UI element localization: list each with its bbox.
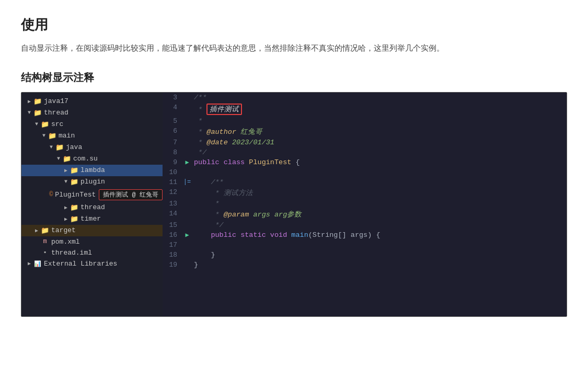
tree-item-iml[interactable]: ▶ ▪ thread.iml (21, 247, 163, 258)
code-line-15: 15 */ (163, 220, 567, 230)
folder-icon-plugin: 📁 (70, 178, 79, 186)
folder-icon-main: 📁 (48, 132, 57, 140)
code-line-16: 16 ▶ public static void main(String[] ar… (163, 230, 567, 240)
line-num-6: 6 (163, 126, 182, 138)
line-code-19: } (192, 260, 567, 270)
tree-label-target: target (51, 226, 76, 234)
line-num-5: 5 (163, 116, 182, 126)
line-num-14: 14 (163, 209, 182, 220)
tree-arrow-ext-libs: ▶ (26, 260, 33, 267)
code-line-5: 5 * (163, 116, 567, 126)
page-title: 使用 (21, 16, 567, 34)
tree-item-java17[interactable]: ▶ 📁 java17 (21, 96, 163, 107)
line-gutter-6 (182, 126, 192, 138)
tree-label-src: src (51, 120, 63, 128)
tree-label-plugintest: PluginTest (55, 191, 96, 199)
ext-libs-icon: 📊 (33, 260, 42, 267)
line-code-6: * @author 红兔哥 (192, 126, 567, 138)
line-code-13: * (192, 199, 567, 209)
line-code-14: * @param args arg参数 (192, 209, 567, 220)
folder-icon-java17: 📁 (33, 97, 42, 106)
line-gutter-9[interactable]: ▶ (182, 157, 192, 167)
file-tree: ▶ 📁 java17 ▼ 📁 thread ▼ 📁 src ▼ 📁 main (21, 93, 163, 316)
code-line-8: 8 */ (163, 147, 567, 157)
folder-icon-thread-sub: 📁 (70, 203, 79, 212)
pom-icon: m (40, 238, 50, 245)
tree-item-thread-sub[interactable]: ▶ 📁 thread (21, 202, 163, 213)
tree-label-pom: pom.xml (51, 238, 80, 246)
line-code-5: * (192, 116, 567, 126)
tree-arrow-lambda: ▶ (62, 167, 70, 174)
folder-icon-thread: 📁 (33, 109, 42, 117)
code-line-12: 12 * 测试方法 (163, 187, 567, 199)
line-gutter-19 (182, 260, 192, 270)
tree-label-java: java (66, 143, 82, 151)
tree-item-java[interactable]: ▼ 📁 java (21, 142, 163, 153)
code-line-18: 18 } (163, 250, 567, 260)
line-gutter-4 (182, 102, 192, 116)
line-gutter-7 (182, 138, 192, 147)
highlight-plugintest: 插件测试 (206, 104, 242, 115)
code-line-7: 7 * @date 2023/01/31 (163, 138, 567, 147)
folder-icon-src: 📁 (40, 120, 50, 129)
line-gutter-11: |= (182, 177, 192, 187)
tree-item-ext-libs[interactable]: ▶ 📊 External Libraries (21, 258, 163, 269)
tree-label-timer: timer (80, 215, 101, 223)
tree-arrow-timer: ▶ (62, 216, 70, 222)
tree-item-main[interactable]: ▼ 📁 main (21, 130, 163, 142)
line-num-17: 17 (163, 240, 182, 250)
line-gutter-12 (182, 187, 192, 199)
line-num-8: 8 (163, 147, 182, 157)
line-gutter-10 (182, 167, 192, 177)
line-gutter-14 (182, 209, 192, 220)
folder-icon-target: 📁 (40, 226, 50, 235)
tree-item-com-su[interactable]: ▼ 📁 com.su (21, 153, 163, 165)
line-num-19: 19 (163, 260, 182, 270)
code-line-17: 17 (163, 240, 567, 250)
section-title: 结构树显示注释 (21, 71, 567, 85)
tree-arrow-main: ▼ (40, 133, 48, 139)
line-num-7: 7 (163, 138, 182, 147)
line-code-10 (192, 167, 567, 177)
folder-icon-java: 📁 (55, 143, 64, 152)
line-gutter-16[interactable]: ▶ (182, 230, 192, 240)
tree-item-plugintest[interactable]: © PluginTest 插件测试 @ 红兔哥 (21, 188, 163, 202)
line-code-15: */ (192, 220, 567, 230)
tree-arrow-thread: ▼ (26, 110, 33, 116)
line-gutter-3 (182, 93, 192, 102)
tree-label-iml: thread.iml (51, 249, 92, 257)
tree-arrow-thread-sub: ▶ (62, 204, 70, 211)
code-line-3: 3 /** (163, 93, 567, 102)
tree-item-src[interactable]: ▼ 📁 src (21, 119, 163, 130)
line-num-15: 15 (163, 220, 182, 230)
folder-icon-com-su: 📁 (62, 155, 72, 163)
tree-item-thread[interactable]: ▼ 📁 thread (21, 107, 163, 119)
line-code-7: * @date 2023/01/31 (192, 138, 567, 147)
line-gutter-18 (182, 250, 192, 260)
code-line-9: 9 ▶ public class PluginTest { (163, 157, 567, 167)
code-line-4: 4 * 插件测试 (163, 102, 567, 116)
tree-label-com-su: com.su (73, 155, 98, 163)
tree-label-thread-sub: thread (80, 203, 105, 211)
tree-item-timer[interactable]: ▶ 📁 timer (21, 213, 163, 225)
tree-item-plugin[interactable]: ▼ 📁 plugin (21, 176, 163, 188)
tree-arrow-com-su: ▼ (55, 156, 62, 162)
folder-icon-lambda: 📁 (70, 166, 79, 175)
code-line-11: 11 |= /** (163, 177, 567, 187)
code-lines: 3 /** 4 * 插件测试 5 * 6 * @author 红兔哥 (163, 93, 567, 270)
tree-item-target[interactable]: ▶ 📁 target (21, 225, 163, 236)
line-num-11: 11 (163, 177, 182, 187)
tree-arrow-target: ▶ (33, 227, 40, 234)
code-panel: 3 /** 4 * 插件测试 5 * 6 * @author 红兔哥 (163, 93, 567, 316)
tree-label-java17: java17 (44, 97, 68, 105)
code-line-6: 6 * @author 红兔哥 (163, 126, 567, 138)
line-num-9: 9 (163, 157, 182, 167)
line-code-18: } (192, 250, 567, 260)
class-icon-plugintest: © (49, 191, 53, 198)
line-gutter-15 (182, 220, 192, 230)
tree-item-lambda[interactable]: ▶ 📁 lambda (21, 165, 163, 176)
code-line-13: 13 * (163, 199, 567, 209)
tree-item-pom[interactable]: ▶ m pom.xml (21, 236, 163, 247)
tree-arrow-plugin: ▼ (62, 179, 70, 185)
code-line-10: 10 (163, 167, 567, 177)
